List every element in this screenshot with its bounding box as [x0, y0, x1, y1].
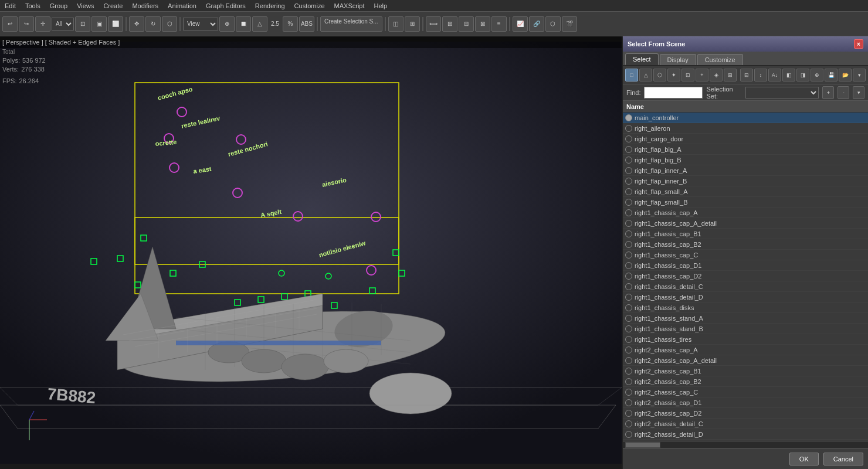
menu-edit[interactable]: Edit	[0, 1, 21, 11]
mirror-btn[interactable]: ⟺	[426, 16, 441, 32]
list-item[interactable]: right2_chassis_cap_A	[623, 345, 868, 355]
percent-btn[interactable]: %	[283, 16, 298, 32]
view-select[interactable]: View	[183, 18, 218, 30]
sel-none-btn[interactable]: ⊕	[811, 69, 823, 81]
menu-customize[interactable]: Customize	[290, 1, 330, 11]
filter-spacewarp-btn[interactable]: ◈	[710, 69, 723, 81]
selection-set-select[interactable]	[745, 87, 819, 98]
snap-btn[interactable]: 🔲	[236, 16, 251, 32]
filter-all-btn[interactable]: □	[625, 69, 638, 81]
list-horizontal-scrollbar[interactable]	[623, 441, 868, 448]
sel-set-add-btn[interactable]: +	[822, 86, 834, 99]
cancel-button[interactable]: Cancel	[823, 453, 863, 465]
filter-bone-btn[interactable]: ⊞	[724, 69, 737, 81]
list-item[interactable]: right2_chassis_cap_A_detail	[623, 355, 868, 366]
filter-select[interactable]: All	[52, 18, 74, 30]
pivot-btn[interactable]: ⊕	[219, 16, 235, 32]
undo-btn[interactable]: ↩	[2, 16, 18, 32]
sort-btn[interactable]: ↕	[754, 69, 767, 81]
tab-display[interactable]: Display	[660, 54, 696, 65]
list-item[interactable]: right2_chassis_cap_B2	[623, 376, 868, 387]
options-btn[interactable]: ▾	[853, 69, 866, 81]
list-item[interactable]: right_cargo_door	[623, 134, 868, 144]
menu-graph-editors[interactable]: Graph Editors	[201, 1, 250, 11]
list-item[interactable]: right1_chassis_cap_B1	[623, 229, 868, 239]
select-btn[interactable]: ✛	[35, 16, 50, 32]
list-item[interactable]: right1_chassis_stand_B	[623, 324, 868, 334]
filter-helper-btn[interactable]: +	[696, 69, 708, 81]
schematic-btn[interactable]: 🔗	[529, 16, 544, 32]
tab-customize[interactable]: Customize	[697, 54, 743, 65]
list-item[interactable]: right1_chassis_tires	[623, 334, 868, 345]
list-item[interactable]: right2_chassis_cap_D1	[623, 397, 868, 408]
list-item[interactable]: right_flap_big_B	[623, 155, 868, 165]
material-btn[interactable]: ⬡	[545, 16, 561, 32]
object-list[interactable]: main_controllerright_aileronright_cargo_…	[623, 113, 868, 441]
rotate-btn[interactable]: ↻	[145, 16, 161, 32]
align-btn[interactable]: ⊟	[459, 16, 474, 32]
ok-button[interactable]: OK	[789, 453, 819, 465]
list-item[interactable]: right1_chassis_cap_D2	[623, 271, 868, 281]
list-item[interactable]: right1_chassis_detail_C	[623, 281, 868, 292]
list-item[interactable]: right_aileron	[623, 123, 868, 134]
sort-alpha-btn[interactable]: A↓	[768, 69, 781, 81]
find-input[interactable]	[644, 87, 703, 98]
filter-camera-btn[interactable]: ⊡	[681, 69, 694, 81]
array-btn[interactable]: ⊞	[442, 16, 457, 32]
select-window-btn[interactable]: ⬜	[108, 16, 123, 32]
list-item[interactable]: right1_chassis_cap_A_detail	[623, 218, 868, 229]
select-region-btn[interactable]: ▣	[91, 16, 107, 32]
list-item[interactable]: right1_chassis_cap_D1	[623, 260, 868, 271]
filter-geo-btn[interactable]: △	[639, 69, 652, 81]
scale-btn[interactable]: ⬡	[162, 16, 177, 32]
dialog-close-button[interactable]: ×	[854, 39, 863, 49]
menu-animation[interactable]: Animation	[163, 1, 201, 11]
list-item[interactable]: right2_chassis_detail_C	[623, 419, 868, 429]
viewport[interactable]: [ Perspective ] [ Shaded + Edged Faces ]…	[0, 36, 622, 469]
create-selection-btn[interactable]: Create Selection S...	[320, 16, 382, 32]
menu-rendering[interactable]: Rendering	[250, 1, 290, 11]
render-btn[interactable]: 🎬	[562, 16, 577, 32]
save-btn[interactable]: 💾	[825, 69, 838, 81]
sel-set-options-btn[interactable]: ▾	[853, 86, 864, 99]
list-item[interactable]: right2_chassis_cap_B1	[623, 366, 868, 376]
list-item[interactable]: right_flap_small_B	[623, 197, 868, 208]
menu-tools[interactable]: Tools	[21, 1, 45, 11]
move-btn[interactable]: ✥	[129, 16, 144, 32]
list-item[interactable]: right1_chassis_disks	[623, 303, 868, 313]
list-item[interactable]: main_controller	[623, 113, 868, 123]
list-item[interactable]: right_flap_small_A	[623, 186, 868, 197]
curve-editor-btn[interactable]: 📈	[513, 16, 528, 32]
abs-btn[interactable]: ABS	[299, 16, 314, 32]
list-item[interactable]: right_flap_inner_B	[623, 176, 868, 186]
layer-btn[interactable]: ≡	[491, 16, 507, 32]
sel-set-remove-btn[interactable]: -	[838, 86, 849, 99]
redo-btn[interactable]: ↪	[19, 16, 34, 32]
align2-btn[interactable]: ⊠	[475, 16, 490, 32]
menu-create[interactable]: Create	[99, 1, 127, 11]
list-item[interactable]: right2_chassis_cap_D2	[623, 408, 868, 419]
filter-shape-btn[interactable]: ⬡	[653, 69, 666, 81]
menu-help[interactable]: Help	[369, 1, 392, 11]
menu-views[interactable]: Views	[72, 1, 99, 11]
filter-light-btn[interactable]: ✦	[667, 69, 680, 81]
list-item[interactable]: right1_chassis_cap_C	[623, 250, 868, 260]
menu-group[interactable]: Group	[45, 1, 73, 11]
menu-maxscript[interactable]: MAXScript	[330, 1, 369, 11]
list-item[interactable]: right2_chassis_cap_C	[623, 387, 868, 397]
sel-invert-btn[interactable]: ◧	[782, 69, 795, 81]
named-sel2-btn[interactable]: ⊞	[405, 16, 420, 32]
list-item[interactable]: right1_chassis_detail_D	[623, 292, 868, 303]
menu-modifiers[interactable]: Modifiers	[127, 1, 163, 11]
list-item[interactable]: right_flap_inner_A	[623, 165, 868, 176]
list-item[interactable]: right_flap_big_A	[623, 144, 868, 155]
filter-icon-btn[interactable]: ⊟	[740, 69, 753, 81]
named-sel-btn[interactable]: ◫	[388, 16, 404, 32]
sel-all-btn[interactable]: ◨	[796, 69, 809, 81]
list-item[interactable]: right1_chassis_cap_A	[623, 208, 868, 218]
list-item[interactable]: right2_chassis_detail_D	[623, 429, 868, 440]
load-btn[interactable]: 📂	[839, 69, 852, 81]
snap2d-btn[interactable]: △	[252, 16, 267, 32]
list-item[interactable]: right1_chassis_cap_B2	[623, 239, 868, 250]
list-item[interactable]: right1_chassis_stand_A	[623, 313, 868, 324]
